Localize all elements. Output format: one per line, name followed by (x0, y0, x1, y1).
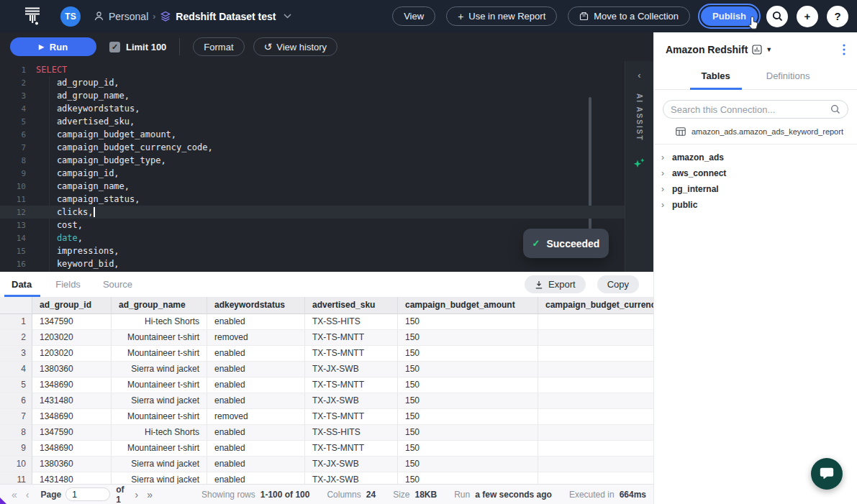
table-cell[interactable]: 1431480 (32, 472, 112, 484)
table-cell[interactable]: 150 (398, 425, 538, 441)
table-cell[interactable]: 1431480 (32, 393, 112, 409)
run-button[interactable]: ▶ Run (10, 37, 96, 56)
export-button[interactable]: Export (525, 275, 586, 293)
table-cell[interactable]: 1348690 (32, 409, 112, 425)
table-row[interactable]: 111431480Sierra wind jacketenabledTX-JX-… (0, 472, 653, 484)
column-header[interactable]: campaign_budget_amount (398, 297, 538, 314)
table-cell[interactable]: 1203020 (32, 346, 112, 362)
move-to-collection-button[interactable]: Move to a Collection (568, 6, 690, 26)
table-cell[interactable]: enabled (207, 377, 305, 393)
table-cell[interactable]: USD (538, 346, 653, 362)
table-row[interactable]: 61431480Sierra wind jacketenabledTX-JX-S… (0, 393, 653, 409)
code-line[interactable]: 1SELECT (0, 63, 625, 76)
chevron-right-icon[interactable]: › (661, 152, 667, 162)
table-row[interactable]: 31203020Mountaineer t-shirtenabledTX-TS-… (0, 346, 653, 362)
table-row[interactable]: 101380360Sierra wind jacketenabledTX-JX-… (0, 457, 653, 472)
ai-assist-label[interactable]: AI ASSIST (635, 93, 643, 142)
chevron-down-icon[interactable] (284, 14, 291, 19)
new-item-button[interactable]: + (797, 6, 818, 27)
table-cell[interactable]: enabled (207, 393, 305, 409)
table-cell[interactable]: USD (538, 425, 653, 441)
tab-data[interactable]: Data (12, 279, 32, 290)
table-cell[interactable]: TX-SS-HITS (305, 314, 398, 330)
table-cell[interactable]: USD (538, 330, 653, 346)
code-line[interactable]: 3 ad_group_name, (0, 89, 625, 102)
table-cell[interactable]: 1347590 (32, 314, 112, 330)
table-cell[interactable]: 1348690 (32, 377, 112, 393)
table-cell[interactable]: USD (538, 409, 653, 425)
code-line[interactable]: 6 campaign_budget_amount, (0, 128, 625, 141)
schema-item[interactable]: ›public (654, 197, 857, 213)
table-cell[interactable]: 1348690 (32, 441, 112, 457)
table-cell[interactable]: USD (538, 472, 653, 484)
table-cell[interactable]: enabled (207, 441, 305, 457)
connection-dropdown-icon[interactable]: ▼ (766, 46, 772, 53)
table-cell[interactable]: 150 (398, 377, 538, 393)
table-cell[interactable]: Hi-tech Shorts (112, 425, 207, 441)
view-history-button[interactable]: ↺ View history (253, 37, 338, 56)
table-cell[interactable]: TX-TS-MNTT (305, 346, 398, 362)
search-button[interactable] (766, 6, 788, 27)
table-cell[interactable]: enabled (207, 457, 305, 472)
limit-checkbox[interactable]: ✓ (109, 42, 120, 52)
table-cell[interactable]: enabled (207, 346, 305, 362)
workspace-name[interactable]: Personal (109, 11, 148, 22)
column-header[interactable]: ad_group_name (112, 297, 207, 314)
last-page-icon[interactable]: » (142, 489, 157, 500)
schema-item[interactable]: ›pg_internal (654, 181, 857, 197)
table-cell[interactable]: Mountaineer t-shirt (112, 330, 207, 346)
table-row[interactable]: 91348690Mountaineer t-shirtenabledTX-TS-… (0, 441, 653, 457)
code-line[interactable]: 9 campaign_id, (0, 167, 625, 180)
table-cell[interactable]: removed (207, 409, 305, 425)
table-cell[interactable]: USD (538, 457, 653, 472)
table-cell[interactable]: enabled (207, 314, 305, 330)
table-row[interactable]: 51348690Mountaineer t-shirtenabledTX-TS-… (0, 377, 653, 393)
table-cell[interactable]: USD (538, 377, 653, 393)
chat-launcher-button[interactable] (811, 458, 843, 490)
column-header[interactable]: campaign_budget_currency_code (538, 297, 653, 314)
code-line[interactable]: 4 adkeywordstatus, (0, 102, 625, 115)
table-cell[interactable]: 150 (398, 393, 538, 409)
table-row[interactable]: 11347590Hi-tech ShortsenabledTX-SS-HITS1… (0, 314, 653, 330)
table-row[interactable]: 81347590Hi-tech ShortsenabledTX-SS-HITS1… (0, 425, 653, 441)
document-title[interactable]: Redshift Dataset test (176, 11, 276, 22)
code-editor[interactable]: 1SELECT2 ad_group_id,3 ad_group_name,4 a… (0, 61, 625, 272)
table-cell[interactable]: 1380360 (32, 457, 112, 472)
code-line[interactable]: 11 campaign_status, (0, 193, 625, 206)
table-cell[interactable]: Mountaineer t-shirt (112, 441, 207, 457)
first-page-icon[interactable]: « (7, 489, 22, 500)
next-page-icon[interactable]: › (131, 489, 143, 500)
tab-tables[interactable]: Tables (690, 64, 742, 89)
table-cell[interactable]: USD (538, 441, 653, 457)
table-cell[interactable]: 150 (398, 362, 538, 377)
table-cell[interactable]: TX-JX-SWB (305, 362, 398, 377)
table-cell[interactable]: TX-TS-MNTT (305, 441, 398, 457)
table-cell[interactable]: 150 (398, 346, 538, 362)
tab-definitions[interactable]: Definitions (755, 64, 822, 89)
table-cell[interactable]: 150 (398, 409, 538, 425)
table-cell[interactable]: enabled (207, 362, 305, 377)
code-line[interactable]: 13 cost, (0, 219, 625, 232)
tab-source[interactable]: Source (103, 279, 132, 290)
table-cell[interactable]: 150 (398, 441, 538, 457)
table-cell[interactable]: TX-SS-HITS (305, 425, 398, 441)
column-header[interactable]: adkeywordstatus (207, 297, 305, 314)
table-cell[interactable]: TX-JX-SWB (305, 457, 398, 472)
table-cell[interactable]: enabled (207, 472, 305, 484)
sidebar-menu-icon[interactable] (843, 44, 845, 55)
view-button[interactable]: View (392, 6, 435, 26)
table-cell[interactable]: removed (207, 330, 305, 346)
code-line[interactable]: 5 advertised_sku, (0, 115, 625, 128)
chevron-right-icon[interactable]: › (661, 184, 667, 194)
prev-page-icon[interactable]: ‹ (22, 489, 34, 500)
table-row[interactable]: 41380360Sierra wind jacketenabledTX-JX-S… (0, 362, 653, 377)
code-line[interactable]: 7 campaign_budget_currency_code, (0, 141, 625, 154)
publish-button[interactable]: Publish (701, 6, 758, 26)
code-line[interactable]: 15 impressions, (0, 244, 625, 257)
use-in-new-report-button[interactable]: + Use in new Report (446, 6, 557, 26)
code-line[interactable]: 12 clicks, (0, 206, 625, 219)
code-line[interactable]: 8 campaign_budget_type, (0, 154, 625, 167)
table-cell[interactable]: USD (538, 314, 653, 330)
pinned-table-item[interactable]: amazon_ads.amazon_ads_keyword_report (676, 127, 851, 136)
table-cell[interactable]: TX-JX-SWB (305, 393, 398, 409)
